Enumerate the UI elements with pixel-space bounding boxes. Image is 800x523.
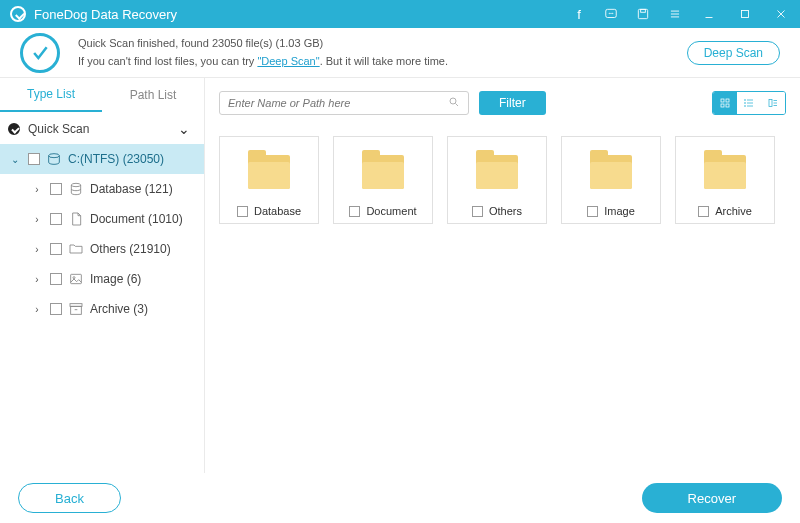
feedback-icon[interactable] [600,3,622,25]
minimize-icon[interactable] [696,3,722,25]
folder-label: Archive [715,205,752,217]
folder-icon [68,241,84,257]
svg-point-29 [745,100,746,101]
chevron-down-icon[interactable]: ⌄ [178,121,190,137]
checkbox[interactable] [50,303,62,315]
facebook-icon[interactable]: f [568,3,590,25]
filter-button[interactable]: Filter [479,91,546,115]
tree-item-others[interactable]: › Others (21910) [0,234,204,264]
view-list-button[interactable] [737,92,761,114]
svg-point-13 [49,154,60,158]
tab-path-list[interactable]: Path List [102,78,204,112]
checkbox[interactable] [698,206,709,217]
folder-item-image[interactable]: Image [561,136,661,224]
checkbox[interactable] [50,243,62,255]
svg-rect-5 [641,9,646,12]
svg-rect-24 [721,104,724,107]
checkbox[interactable] [587,206,598,217]
folder-item-database[interactable]: Database [219,136,319,224]
image-icon [68,271,84,287]
folder-label: Document [366,205,416,217]
back-button[interactable]: Back [18,483,121,513]
tree-item-label: Database (121) [90,182,173,196]
tree-item-label: Image (6) [90,272,141,286]
folder-item-archive[interactable]: Archive [675,136,775,224]
folder-icon [590,155,632,189]
svg-point-30 [745,103,746,104]
tree-item-label: Others (21910) [90,242,171,256]
success-check-icon [20,33,60,73]
svg-rect-15 [71,274,82,283]
svg-point-2 [611,13,612,14]
checkbox[interactable] [349,206,360,217]
svg-point-3 [612,13,613,14]
chevron-right-icon[interactable]: › [30,214,44,225]
tree-item-document[interactable]: › Document (1010) [0,204,204,234]
svg-rect-4 [638,9,647,18]
deep-scan-link[interactable]: "Deep Scan" [257,55,319,67]
tree-item-database[interactable]: › Database (121) [0,174,204,204]
close-icon[interactable] [768,3,794,25]
tab-type-list[interactable]: Type List [0,78,102,112]
titlebar: FoneDog Data Recovery f [0,0,800,28]
checkbox[interactable] [237,206,248,217]
folder-label: Image [604,205,635,217]
checkbox[interactable] [28,153,40,165]
titlebar-controls: f [568,3,794,25]
status-line2: If you can't find lost files, you can tr… [78,53,687,71]
status-line1: Quick Scan finished, found 23050 file(s)… [78,35,687,53]
database-icon [68,181,84,197]
tree-drive-label: C:(NTFS) (23050) [68,152,164,166]
checkbox[interactable] [50,213,62,225]
svg-rect-10 [742,11,749,18]
search-input[interactable] [228,97,448,109]
chevron-down-icon[interactable]: ⌄ [8,154,22,165]
checkbox[interactable] [472,206,483,217]
tree-item-archive[interactable]: › Archive (3) [0,294,204,324]
chevron-right-icon[interactable]: › [30,304,44,315]
disk-icon [46,151,62,167]
folder-item-document[interactable]: Document [333,136,433,224]
app-title: FoneDog Data Recovery [34,7,568,22]
footer: Back Recover [0,473,800,523]
tree-item-image[interactable]: › Image (6) [0,264,204,294]
svg-rect-22 [721,99,724,102]
check-dot-icon [8,123,20,135]
menu-icon[interactable] [664,3,686,25]
toolbar: Filter [219,88,786,118]
folder-label: Database [254,205,301,217]
svg-rect-32 [769,100,772,107]
tree-root[interactable]: Quick Scan ⌄ [0,114,204,144]
tree-drive[interactable]: ⌄ C:(NTFS) (23050) [0,144,204,174]
svg-point-31 [745,106,746,107]
tree: Quick Scan ⌄ ⌄ C:(NTFS) (23050) › Databa… [0,112,204,324]
tree-item-label: Document (1010) [90,212,183,226]
sidebar: Type List Path List Quick Scan ⌄ ⌄ C:(NT… [0,78,205,473]
tree-item-label: Archive (3) [90,302,148,316]
tree-root-label: Quick Scan [28,122,89,136]
recover-button[interactable]: Recover [642,483,782,513]
folder-item-others[interactable]: Others [447,136,547,224]
svg-rect-18 [70,304,82,307]
search-box[interactable] [219,91,469,115]
checkbox[interactable] [50,183,62,195]
view-grid-button[interactable] [713,92,737,114]
checkbox[interactable] [50,273,62,285]
deep-scan-button[interactable]: Deep Scan [687,41,780,65]
sidebar-tabs: Type List Path List [0,78,204,112]
chevron-right-icon[interactable]: › [30,184,44,195]
folder-grid: Database Document Others Image Archive [219,118,786,224]
chevron-right-icon[interactable]: › [30,274,44,285]
folder-icon [704,155,746,189]
folder-icon [362,155,404,189]
document-icon [68,211,84,227]
maximize-icon[interactable] [732,3,758,25]
svg-line-21 [456,103,459,106]
view-detail-button[interactable] [761,92,785,114]
chevron-right-icon[interactable]: › [30,244,44,255]
folder-icon [476,155,518,189]
save-icon[interactable] [632,3,654,25]
svg-point-16 [73,277,75,279]
svg-rect-25 [726,104,729,107]
folder-icon [248,155,290,189]
